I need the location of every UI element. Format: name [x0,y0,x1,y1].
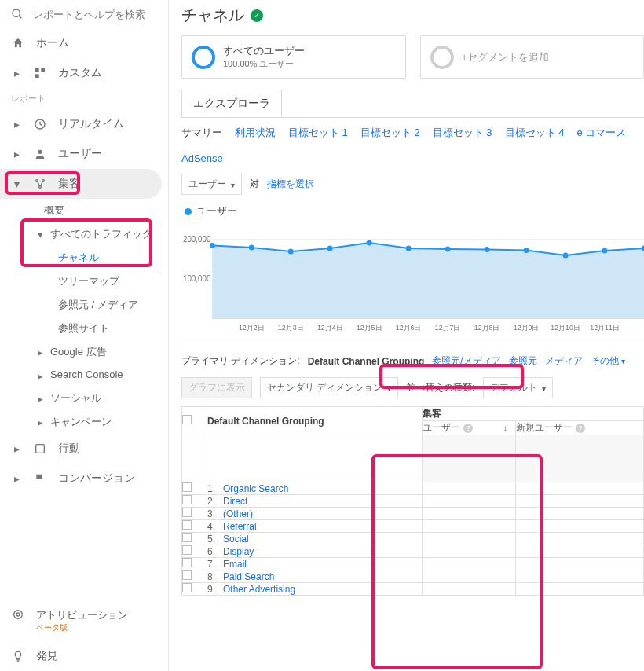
row-users-cell [423,482,516,495]
acq-channel[interactable]: チャネル [0,246,168,270]
subtab-goal2[interactable]: 目標セット 2 [360,126,420,140]
checkbox[interactable] [182,558,192,567]
acq-all-traffic-label: すべてのトラフィック [50,227,152,241]
caret-down-icon: ▾ [38,227,46,240]
acq-campaign[interactable]: ▸キャンペーン [0,410,168,434]
acq-search-console[interactable]: ▸Search Console [0,364,168,387]
dim-source[interactable]: 参照元 [509,354,537,368]
acq-all-traffic[interactable]: ▾ すべてのトラフィック [0,222,168,246]
info-icon[interactable]: ? [463,424,473,433]
nav-user-label: ユーザー [58,147,102,161]
channel-link[interactable]: Other Advertising [223,584,295,595]
svg-point-21 [406,246,412,251]
nav-acquisition[interactable]: ▾ 集客 [0,169,162,199]
svg-point-9 [39,186,42,189]
checkbox[interactable] [182,415,192,424]
table-row: 4.Referral [182,520,644,533]
subtab-adsense[interactable]: AdSense [181,152,223,164]
channel-link[interactable]: Referral [223,521,257,532]
caret-right-icon: ▸ [11,148,22,160]
nav-attribution[interactable]: アトリビューション ベータ版 [0,600,168,641]
row-users-cell [423,533,516,545]
dim-label: プライマリ ディメンション: [181,354,300,368]
metric-select-prompt[interactable]: 指標を選択 [267,178,314,191]
checkbox[interactable] [182,520,192,530]
search-input[interactable] [33,9,157,20]
subtab-ecom[interactable]: e コマース [576,126,626,140]
checkbox[interactable] [182,570,192,580]
nav-conversion[interactable]: ▸ コンバージョン [0,464,168,493]
channel-link[interactable]: Organic Search [223,483,288,494]
subtab-goal1[interactable]: 目標セット 1 [288,126,348,140]
svg-point-12 [14,610,23,619]
channel-link[interactable]: Social [223,534,249,544]
nav-custom[interactable]: ▸ カスタム [0,58,168,88]
row-name-cell: 2.Direct [207,495,423,508]
ytick-100k: 100,000 [183,274,211,283]
caret-down-icon [231,179,235,190]
svg-text:12月5日: 12月5日 [357,324,382,332]
acq-google-ads[interactable]: ▸Google 広告 [0,340,168,364]
acq-source-medium[interactable]: 参照元 / メディア [0,293,168,317]
svg-point-18 [288,249,294,255]
svg-text:12月6日: 12月6日 [396,324,422,332]
sidebar: ホーム ▸ カスタム レポート ▸ リアルタイム ▸ ユーザー ▾ [0,0,169,671]
row-newusers-cell [516,533,644,545]
svg-point-16 [210,243,215,248]
subtab-summary[interactable]: サマリー [181,126,222,140]
nav-home[interactable]: ホーム [0,28,168,58]
search-row [0,0,168,28]
row-newusers-cell [516,558,644,570]
info-icon[interactable]: ? [576,424,585,433]
nav-discover[interactable]: 発見 [0,641,168,671]
checkbox[interactable] [182,533,192,542]
verified-icon: ✓ [251,9,263,22]
nav-user[interactable]: ▸ ユーザー [0,139,168,169]
dim-other[interactable]: その他 [591,354,625,368]
tab-explorer[interactable]: エクスプローラ [181,90,282,118]
sort-selector[interactable]: デフォルト [483,377,553,398]
subtab-goal4[interactable]: 目標セット 4 [505,126,565,140]
th-new-users[interactable]: 新規ユーザー? [516,421,644,435]
dim-source-medium[interactable]: 参照元/メディア [432,354,500,368]
channel-link[interactable]: Display [223,546,254,557]
checkbox[interactable] [182,482,192,492]
checkbox[interactable] [182,495,192,504]
subtab-usage[interactable]: 利用状況 [235,126,276,140]
checkbox[interactable] [182,583,192,592]
acq-treemap[interactable]: ツリーマップ [0,270,168,293]
th-users[interactable]: ユーザー? ↓ [423,421,516,435]
caret-right-icon: ▸ [38,368,46,382]
svg-line-1 [19,16,21,18]
channel-link[interactable]: Paid Search [223,571,274,582]
sort-arrow-down-icon: ↓ [503,423,507,434]
secondary-dim[interactable]: セカンダリ ディメンション [260,377,398,398]
caret-right-icon: ▸ [38,415,46,428]
main: チャネル ✓ すべてのユーザー 100.00% ユーザー +セグメントを追加 エ… [169,0,644,671]
acq-social[interactable]: ▸ソーシャル [0,387,168,410]
segment-all-users[interactable]: すべてのユーザー 100.00% ユーザー [181,35,406,79]
channel-link[interactable]: Email [223,559,247,570]
th-default-channel-grouping[interactable]: Default Channel Grouping [207,407,423,435]
sort-label: 並べ替えの種類: [406,381,474,394]
dim-medium[interactable]: メディア [545,354,583,368]
row-name-cell: 7.Email [207,558,423,570]
svg-rect-2 [35,68,39,72]
caret-down-icon [621,355,625,366]
acq-overview[interactable]: 概要 [0,199,168,222]
nav-realtime[interactable]: ▸ リアルタイム [0,109,168,139]
segment-add[interactable]: +セグメントを追加 [420,35,645,79]
nav-behavior[interactable]: ▸ 行動 [0,434,168,464]
checkbox[interactable] [182,508,192,517]
table-row: 6.Display [182,545,644,558]
home-icon [11,37,25,50]
channel-link[interactable]: (Other) [223,508,253,519]
plot-button[interactable]: グラフに表示 [181,377,252,398]
svg-text:12月11日: 12月11日 [590,324,619,332]
subtab-goal3[interactable]: 目標セット 3 [433,126,492,140]
acq-referral[interactable]: 参照サイト [0,317,168,340]
metric-row: ユーザー 対 指標を選択 [181,169,644,198]
checkbox[interactable] [182,545,192,555]
channel-link[interactable]: Direct [223,496,247,507]
metric-selector[interactable]: ユーザー [181,174,242,195]
